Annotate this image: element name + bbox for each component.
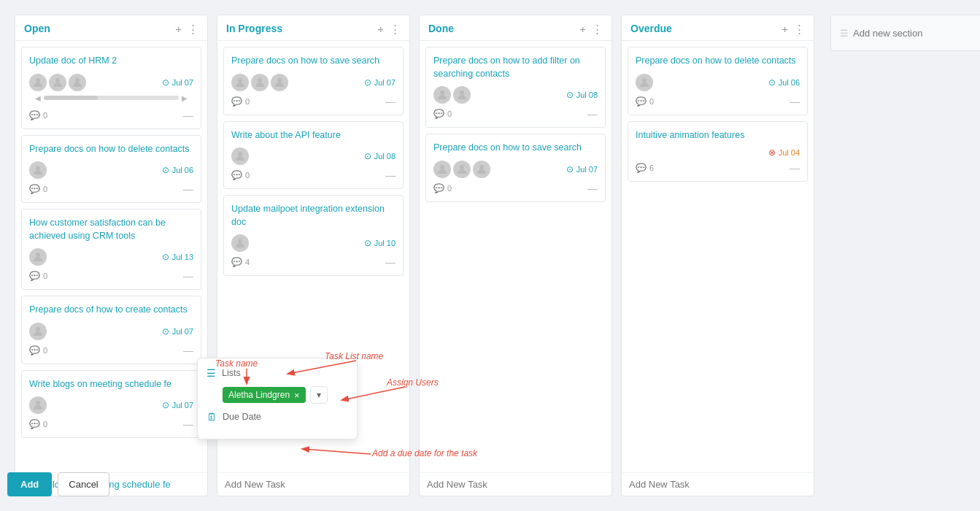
comment-count: 0: [447, 110, 452, 118]
svg-point-7: [238, 78, 242, 82]
more-options-icon[interactable]: ⋮: [592, 23, 603, 34]
card-avatars: [29, 396, 47, 414]
task-card: Write blogs on meeting schedule fe ⊙ Jul…: [21, 370, 201, 439]
collapse-icon[interactable]: —: [385, 96, 396, 107]
add-task-input[interactable]: [629, 479, 806, 490]
card-avatars: [29, 74, 86, 91]
card-footer: 💬 0 —: [433, 108, 598, 120]
card-avatars: [231, 147, 249, 165]
card-comments: 💬 0: [231, 96, 250, 107]
task-card: Prepare docs of how to create contacts ⊙…: [21, 296, 201, 364]
collapse-icon[interactable]: —: [790, 96, 800, 107]
popup-duedate-row[interactable]: 🗓 Due Date: [207, 411, 348, 423]
card-title[interactable]: Prepare docs on how to save search: [433, 142, 598, 155]
avatar: [453, 161, 471, 178]
task-card: Prepare docs on how to delete contacts ⊙…: [21, 135, 201, 204]
card-title[interactable]: Prepare docs on how to add filter on sea…: [433, 55, 598, 80]
collapse-icon[interactable]: —: [183, 345, 193, 356]
aletha-tag[interactable]: Aletha Lindgren ×: [223, 387, 306, 403]
column-open: Open + ⋮ Update doc of HRM 2 ⊙ Jul 07 ◀ …: [15, 15, 208, 496]
card-date: ⊙ Jul 08: [566, 90, 598, 100]
date-text: Jul 07: [172, 401, 193, 410]
avatar: [473, 161, 490, 178]
card-title[interactable]: Prepare docs on how to delete contacts: [636, 55, 800, 68]
add-task-input[interactable]: [427, 479, 604, 490]
collapse-icon[interactable]: —: [587, 182, 598, 194]
column-header-open: Open + ⋮: [15, 15, 207, 41]
collapse-icon[interactable]: —: [183, 110, 193, 121]
card-title[interactable]: Prepare docs on how to save search: [231, 55, 396, 68]
card-title[interactable]: Write blogs on meeting schedule fe: [29, 378, 193, 391]
date-text: Jul 06: [172, 166, 193, 174]
column-title: In Progress: [226, 23, 282, 34]
add-card-icon[interactable]: +: [579, 23, 586, 34]
scroll-right[interactable]: ▶: [182, 94, 188, 102]
clock-icon: ⊙: [768, 77, 776, 88]
collapse-icon[interactable]: —: [587, 108, 598, 120]
add-task-row[interactable]: [420, 472, 611, 496]
add-card-icon[interactable]: +: [377, 23, 384, 34]
comment-icon: 💬: [231, 96, 242, 107]
clock-icon: ⊙: [566, 164, 574, 174]
column-header-actions: + ⋮: [175, 23, 198, 34]
tag-remove-btn[interactable]: ×: [294, 391, 300, 400]
card-footer: 💬 4 —: [231, 256, 396, 268]
collapse-icon[interactable]: —: [183, 418, 193, 430]
cancel-button[interactable]: Cancel: [58, 472, 109, 496]
avatar: [29, 74, 47, 91]
scroll-row[interactable]: ◀ ▶: [29, 94, 193, 105]
date-text: Jul 13: [172, 253, 193, 261]
card-title[interactable]: Update mailpoet integration extension do…: [231, 203, 396, 228]
more-options-icon[interactable]: ⋮: [390, 23, 401, 34]
card-avatars: [231, 74, 288, 91]
svg-point-10: [238, 152, 242, 156]
collapse-icon[interactable]: —: [385, 256, 396, 268]
comment-icon: 💬: [29, 184, 40, 194]
lists-label: Lists: [222, 368, 241, 378]
svg-point-17: [642, 78, 647, 82]
column-title: Done: [428, 23, 454, 34]
card-title[interactable]: Write about the API feature: [231, 129, 396, 142]
add-task-row[interactable]: [622, 472, 814, 496]
add-task-row[interactable]: [217, 472, 409, 496]
card-meta: ⊙ Jul 07: [231, 74, 396, 91]
tag-dropdown-btn[interactable]: ▾: [310, 386, 328, 404]
card-footer: 💬 0 —: [29, 110, 193, 121]
add-card-icon[interactable]: +: [175, 23, 182, 34]
comment-icon: 💬: [29, 110, 40, 120]
date-text: Jul 07: [374, 78, 396, 87]
comment-count: 0: [43, 346, 47, 355]
card-avatars: [231, 234, 249, 252]
add-task-input[interactable]: [225, 479, 402, 490]
add-card-icon[interactable]: +: [782, 23, 788, 34]
card-comments: 💬 0: [29, 345, 47, 356]
card-meta: ⊙ Jul 13: [29, 248, 193, 266]
new-section-icon: ☰: [840, 28, 849, 39]
card-title[interactable]: Prepare docs on how to delete contacts: [29, 143, 193, 156]
svg-point-4: [36, 253, 40, 257]
card-title[interactable]: Prepare docs of how to create contacts: [29, 304, 193, 317]
card-date: ⊙ Jul 07: [162, 326, 193, 337]
card-date: ⊗ Jul 04: [768, 147, 800, 158]
comment-count: 0: [43, 272, 47, 280]
card-title[interactable]: Intuitive animation features: [636, 129, 800, 142]
collapse-icon[interactable]: —: [385, 169, 396, 181]
clock-icon: ⊙: [364, 151, 371, 161]
scroll-left[interactable]: ◀: [35, 94, 41, 102]
collapse-icon[interactable]: —: [183, 183, 193, 195]
scroll-track: [44, 96, 179, 100]
card-title[interactable]: Update doc of HRM 2: [29, 55, 193, 68]
collapse-icon[interactable]: —: [183, 270, 193, 282]
new-section-input[interactable]: [853, 28, 980, 39]
comment-count: 0: [245, 97, 250, 106]
due-date-label: Due Date: [223, 412, 261, 422]
card-comments: 💬 4: [231, 257, 250, 267]
tag-name: Aletha Lindgren: [228, 390, 290, 400]
date-text: Jul 07: [172, 327, 193, 336]
card-title[interactable]: How customer satisfaction can be achieve…: [29, 217, 193, 242]
collapse-icon[interactable]: —: [790, 162, 800, 174]
more-options-icon[interactable]: ⋮: [794, 23, 805, 34]
column-body: Update doc of HRM 2 ⊙ Jul 07 ◀ ▶ 💬 0 — P…: [15, 41, 207, 472]
more-options-icon[interactable]: ⋮: [188, 23, 198, 34]
add-button[interactable]: Add: [7, 472, 52, 496]
